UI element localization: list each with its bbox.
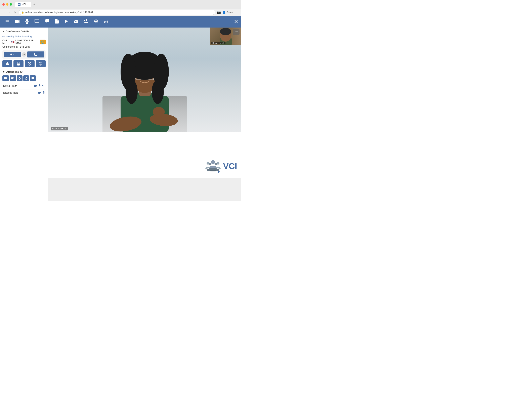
user-avatar-icon: 👤: [222, 11, 226, 14]
david-thumbnail-label: David Smith: [211, 42, 225, 45]
record-icon: [94, 19, 98, 24]
conference-id: 146-2987: [20, 45, 30, 48]
broadcast-button[interactable]: [102, 18, 110, 26]
svg-point-0: [18, 4, 20, 5]
screen-share-button[interactable]: [33, 18, 41, 26]
back-button[interactable]: ‹: [2, 10, 6, 15]
browser-titlebar: VCI × +: [0, 0, 241, 9]
bell-button[interactable]: [2, 60, 12, 67]
play-icon: [64, 19, 68, 24]
camera-permission-button[interactable]: 📷: [217, 10, 221, 14]
user-label: Guest: [226, 11, 233, 14]
more-options-button[interactable]: •••: [233, 29, 240, 35]
participants-icon: [84, 19, 88, 24]
new-tab-button[interactable]: +: [33, 3, 35, 6]
isabella-video-icon[interactable]: [38, 91, 42, 94]
svg-point-15: [95, 21, 97, 22]
documents-button[interactable]: [53, 17, 61, 26]
svg-rect-3: [26, 19, 28, 22]
broadcast-icon: [104, 19, 108, 24]
participants-button[interactable]: [82, 18, 90, 26]
app-toolbar: ☰: [0, 16, 241, 28]
video-button[interactable]: [13, 18, 22, 26]
all-mic-off-button[interactable]: [23, 75, 29, 81]
svg-point-70: [209, 163, 211, 165]
sidebar: ▼ Conference Details ✏ Weekly Sales Meet…: [0, 28, 48, 201]
close-app-button[interactable]: [234, 19, 238, 24]
svg-point-58: [126, 80, 138, 104]
close-tab-button[interactable]: ×: [27, 3, 29, 6]
browser-tab[interactable]: VCI ×: [15, 2, 31, 7]
all-chat-button[interactable]: [30, 75, 36, 81]
menu-button[interactable]: ☰: [3, 18, 11, 26]
maximize-window-button[interactable]: [10, 3, 12, 6]
attendees-section: ▼ Attendees (2): [2, 70, 46, 96]
ssl-lock-icon: 🔒: [21, 11, 24, 14]
svg-rect-45: [43, 91, 45, 93]
globe-button[interactable]: 🌐: [40, 40, 46, 45]
audio-speaker-button[interactable]: [4, 52, 21, 57]
attendee-name-david: David Smith: [3, 84, 34, 87]
url-text: m4demo.videoconferencinginfo.com/meeting…: [25, 11, 93, 14]
svg-point-16: [105, 21, 106, 22]
vci-people-icon: [205, 158, 221, 174]
user-profile-button[interactable]: 👤 Guest: [222, 11, 233, 14]
svg-line-23: [28, 62, 31, 65]
us-flag-icon: 🇺🇸: [11, 40, 15, 44]
close-window-button[interactable]: [2, 3, 5, 6]
conference-id-label: Conference ID :: [2, 45, 19, 48]
audio-phone-button[interactable]: [27, 52, 45, 58]
attendees-chevron-icon: ▼: [2, 70, 5, 73]
settings-button[interactable]: [36, 60, 46, 67]
conference-details-header[interactable]: ▼ Conference Details: [2, 30, 46, 33]
action-buttons: [2, 60, 46, 67]
all-video-off-button[interactable]: [10, 75, 16, 81]
svg-rect-7: [35, 20, 39, 22]
browser-traffic-lights: [2, 3, 12, 6]
svg-marker-42: [42, 85, 43, 87]
svg-rect-25: [4, 77, 6, 79]
vci-branding: VCI: [205, 158, 237, 174]
chat-button[interactable]: [43, 18, 52, 26]
minimize-window-button[interactable]: [6, 3, 8, 6]
refresh-button[interactable]: ↻: [12, 10, 17, 15]
svg-point-67: [211, 160, 215, 164]
svg-rect-66: [223, 38, 229, 40]
attendee-name-isabella: Isabella Heal: [3, 91, 38, 94]
mail-button[interactable]: [72, 18, 80, 26]
edit-icon[interactable]: ✏: [2, 35, 5, 38]
svg-point-59: [152, 80, 164, 104]
tab-favicon: [18, 3, 21, 6]
attendees-label: Attendees: [6, 70, 19, 73]
david-volume-icon[interactable]: [42, 84, 45, 88]
attendee-row-isabella: Isabella Heal: [2, 90, 46, 96]
attendee-icons-isabella: [38, 91, 45, 94]
svg-marker-38: [36, 85, 37, 87]
attendees-header[interactable]: ▼ Attendees (2): [2, 70, 46, 73]
audio-controls: or: [2, 50, 46, 59]
isabella-mic-icon[interactable]: [43, 91, 45, 94]
lock-button[interactable]: [14, 60, 23, 67]
address-bar[interactable]: 🔒 m4demo.videoconferencinginfo.com/meeti…: [19, 10, 215, 15]
david-mic-icon[interactable]: [39, 84, 41, 88]
all-mic-on-button[interactable]: [17, 75, 22, 81]
attendee-icons-david: [34, 84, 45, 88]
meeting-title-row: ✏ Weekly Sales Meeting: [2, 35, 46, 38]
svg-marker-10: [65, 20, 68, 23]
mic-button[interactable]: [23, 17, 31, 27]
browser-menu-button[interactable]: ⋮: [235, 10, 239, 15]
attendee-bulk-controls: [2, 75, 46, 81]
forward-button[interactable]: ›: [8, 10, 11, 15]
conference-details-label: Conference Details: [6, 30, 29, 33]
svg-rect-12: [86, 19, 87, 21]
call-in-row: Call In: 🇺🇸 US +1 (206) 928-9280 🌐: [2, 39, 46, 45]
record-button[interactable]: [92, 18, 100, 26]
attendees-count: (2): [20, 70, 23, 73]
play-button[interactable]: [62, 18, 70, 26]
block-button[interactable]: [25, 60, 35, 67]
david-video-icon[interactable]: [34, 84, 38, 88]
all-video-on-button[interactable]: [2, 75, 9, 81]
svg-marker-19: [10, 53, 12, 56]
documents-icon: [55, 19, 59, 25]
main-video-area: Isabella Heal: [48, 28, 241, 132]
